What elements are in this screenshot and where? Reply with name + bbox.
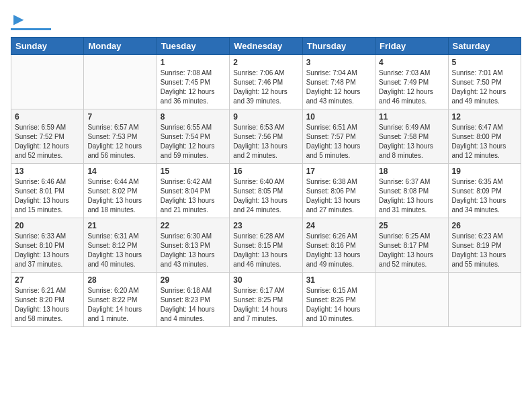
calendar-cell: 2Sunrise: 7:06 AM Sunset: 7:46 PM Daylig… — [230, 55, 302, 109]
day-info: Sunrise: 7:04 AM Sunset: 7:48 PM Dayligh… — [306, 68, 371, 106]
day-info: Sunrise: 6:28 AM Sunset: 8:15 PM Dayligh… — [233, 232, 298, 269]
calendar-cell: 27Sunrise: 6:21 AM Sunset: 8:20 PM Dayli… — [11, 273, 84, 327]
calendar-week-row: 13Sunrise: 6:46 AM Sunset: 8:01 PM Dayli… — [11, 164, 521, 218]
day-number: 18 — [379, 167, 444, 176]
day-number: 1 — [161, 58, 226, 67]
calendar-cell: 24Sunrise: 6:26 AM Sunset: 8:16 PM Dayli… — [302, 218, 375, 273]
day-number: 28 — [87, 275, 152, 285]
calendar-cell: 26Sunrise: 6:23 AM Sunset: 8:19 PM Dayli… — [448, 218, 521, 273]
day-number: 16 — [233, 167, 298, 176]
calendar-cell — [448, 273, 521, 327]
day-info: Sunrise: 6:47 AM Sunset: 8:00 PM Dayligh… — [452, 123, 517, 161]
day-info: Sunrise: 6:57 AM Sunset: 7:53 PM Dayligh… — [87, 123, 152, 161]
day-number: 3 — [306, 58, 371, 67]
day-info: Sunrise: 6:46 AM Sunset: 8:01 PM Dayligh… — [15, 177, 80, 215]
day-number: 14 — [87, 167, 152, 176]
day-number: 4 — [379, 58, 444, 67]
day-info: Sunrise: 6:21 AM Sunset: 8:20 PM Dayligh… — [15, 286, 80, 324]
day-info: Sunrise: 6:40 AM Sunset: 8:05 PM Dayligh… — [233, 177, 298, 215]
day-number: 12 — [452, 112, 517, 122]
day-info: Sunrise: 6:37 AM Sunset: 8:08 PM Dayligh… — [379, 177, 444, 215]
calendar-cell: 28Sunrise: 6:20 AM Sunset: 8:22 PM Dayli… — [84, 273, 157, 327]
day-header-monday: Monday — [84, 38, 157, 55]
calendar-cell — [11, 55, 84, 109]
logo: ▶ — [11, 11, 51, 30]
day-info: Sunrise: 6:31 AM Sunset: 8:12 PM Dayligh… — [87, 232, 152, 269]
calendar-cell: 5Sunrise: 7:01 AM Sunset: 7:50 PM Daylig… — [448, 55, 521, 109]
day-info: Sunrise: 6:18 AM Sunset: 8:23 PM Dayligh… — [161, 286, 226, 324]
calendar-cell: 6Sunrise: 6:59 AM Sunset: 7:52 PM Daylig… — [11, 109, 84, 164]
calendar-cell: 8Sunrise: 6:55 AM Sunset: 7:54 PM Daylig… — [157, 109, 229, 164]
day-header-saturday: Saturday — [448, 38, 521, 55]
day-number: 29 — [161, 275, 226, 285]
calendar-week-row: 1Sunrise: 7:08 AM Sunset: 7:45 PM Daylig… — [11, 55, 521, 109]
day-number: 21 — [87, 221, 152, 230]
day-info: Sunrise: 6:42 AM Sunset: 8:04 PM Dayligh… — [161, 177, 226, 215]
day-info: Sunrise: 6:53 AM Sunset: 7:56 PM Dayligh… — [233, 123, 298, 161]
calendar-cell: 1Sunrise: 7:08 AM Sunset: 7:45 PM Daylig… — [157, 55, 229, 109]
day-info: Sunrise: 6:55 AM Sunset: 7:54 PM Dayligh… — [161, 123, 226, 161]
day-info: Sunrise: 6:44 AM Sunset: 8:02 PM Dayligh… — [87, 177, 152, 215]
day-info: Sunrise: 6:35 AM Sunset: 8:09 PM Dayligh… — [452, 177, 517, 215]
day-number: 30 — [233, 275, 298, 285]
calendar-cell: 31Sunrise: 6:15 AM Sunset: 8:26 PM Dayli… — [302, 273, 375, 327]
day-number: 10 — [306, 112, 371, 122]
day-info: Sunrise: 6:17 AM Sunset: 8:25 PM Dayligh… — [233, 286, 298, 324]
calendar-cell: 19Sunrise: 6:35 AM Sunset: 8:09 PM Dayli… — [448, 164, 521, 218]
calendar-cell: 17Sunrise: 6:38 AM Sunset: 8:06 PM Dayli… — [302, 164, 375, 218]
day-number: 19 — [452, 167, 517, 176]
logo-underline — [11, 28, 51, 30]
calendar-cell: 15Sunrise: 6:42 AM Sunset: 8:04 PM Dayli… — [157, 164, 229, 218]
calendar-cell: 12Sunrise: 6:47 AM Sunset: 8:00 PM Dayli… — [448, 109, 521, 164]
day-number: 31 — [306, 275, 371, 285]
day-info: Sunrise: 7:01 AM Sunset: 7:50 PM Dayligh… — [452, 68, 517, 106]
calendar-cell — [375, 273, 448, 327]
calendar-cell: 4Sunrise: 7:03 AM Sunset: 7:49 PM Daylig… — [375, 55, 448, 109]
calendar-cell: 18Sunrise: 6:37 AM Sunset: 8:08 PM Dayli… — [375, 164, 448, 218]
day-info: Sunrise: 6:26 AM Sunset: 8:16 PM Dayligh… — [306, 232, 371, 269]
calendar-cell: 25Sunrise: 6:25 AM Sunset: 8:17 PM Dayli… — [375, 218, 448, 273]
calendar-cell: 9Sunrise: 6:53 AM Sunset: 7:56 PM Daylig… — [230, 109, 302, 164]
calendar-cell: 30Sunrise: 6:17 AM Sunset: 8:25 PM Dayli… — [230, 273, 302, 327]
day-number: 11 — [379, 112, 444, 122]
day-info: Sunrise: 7:08 AM Sunset: 7:45 PM Dayligh… — [161, 68, 226, 106]
day-number: 15 — [161, 167, 226, 176]
day-info: Sunrise: 6:25 AM Sunset: 8:17 PM Dayligh… — [379, 232, 444, 269]
day-number: 24 — [306, 221, 371, 230]
page-header: ▶ — [11, 11, 521, 30]
day-number: 5 — [452, 58, 517, 67]
day-header-tuesday: Tuesday — [157, 38, 229, 55]
calendar-cell: 23Sunrise: 6:28 AM Sunset: 8:15 PM Dayli… — [230, 218, 302, 273]
logo-bird-icon: ▶ — [13, 11, 24, 27]
calendar-cell: 11Sunrise: 6:49 AM Sunset: 7:58 PM Dayli… — [375, 109, 448, 164]
calendar-cell: 13Sunrise: 6:46 AM Sunset: 8:01 PM Dayli… — [11, 164, 84, 218]
calendar-cell: 14Sunrise: 6:44 AM Sunset: 8:02 PM Dayli… — [84, 164, 157, 218]
day-info: Sunrise: 7:06 AM Sunset: 7:46 PM Dayligh… — [233, 68, 298, 106]
calendar-table: SundayMondayTuesdayWednesdayThursdayFrid… — [11, 37, 521, 327]
day-info: Sunrise: 6:59 AM Sunset: 7:52 PM Dayligh… — [15, 123, 80, 161]
day-number: 26 — [452, 221, 517, 230]
day-number: 2 — [233, 58, 298, 67]
day-info: Sunrise: 6:20 AM Sunset: 8:22 PM Dayligh… — [87, 286, 152, 324]
calendar-cell: 16Sunrise: 6:40 AM Sunset: 8:05 PM Dayli… — [230, 164, 302, 218]
day-info: Sunrise: 6:23 AM Sunset: 8:19 PM Dayligh… — [452, 232, 517, 269]
day-number: 25 — [379, 221, 444, 230]
day-number: 20 — [15, 221, 80, 230]
day-number: 7 — [87, 112, 152, 122]
day-info: Sunrise: 6:15 AM Sunset: 8:26 PM Dayligh… — [306, 286, 371, 324]
calendar-week-row: 20Sunrise: 6:33 AM Sunset: 8:10 PM Dayli… — [11, 218, 521, 273]
day-info: Sunrise: 6:51 AM Sunset: 7:57 PM Dayligh… — [306, 123, 371, 161]
calendar-week-row: 27Sunrise: 6:21 AM Sunset: 8:20 PM Dayli… — [11, 273, 521, 327]
day-number: 6 — [15, 112, 80, 122]
day-info: Sunrise: 6:30 AM Sunset: 8:13 PM Dayligh… — [161, 232, 226, 269]
day-number: 13 — [15, 167, 80, 176]
day-header-friday: Friday — [375, 38, 448, 55]
day-header-thursday: Thursday — [302, 38, 375, 55]
day-number: 22 — [161, 221, 226, 230]
day-info: Sunrise: 6:33 AM Sunset: 8:10 PM Dayligh… — [15, 232, 80, 269]
day-info: Sunrise: 6:49 AM Sunset: 7:58 PM Dayligh… — [379, 123, 444, 161]
calendar-cell: 29Sunrise: 6:18 AM Sunset: 8:23 PM Dayli… — [157, 273, 229, 327]
day-number: 8 — [161, 112, 226, 122]
calendar-cell: 10Sunrise: 6:51 AM Sunset: 7:57 PM Dayli… — [302, 109, 375, 164]
day-number: 23 — [233, 221, 298, 230]
